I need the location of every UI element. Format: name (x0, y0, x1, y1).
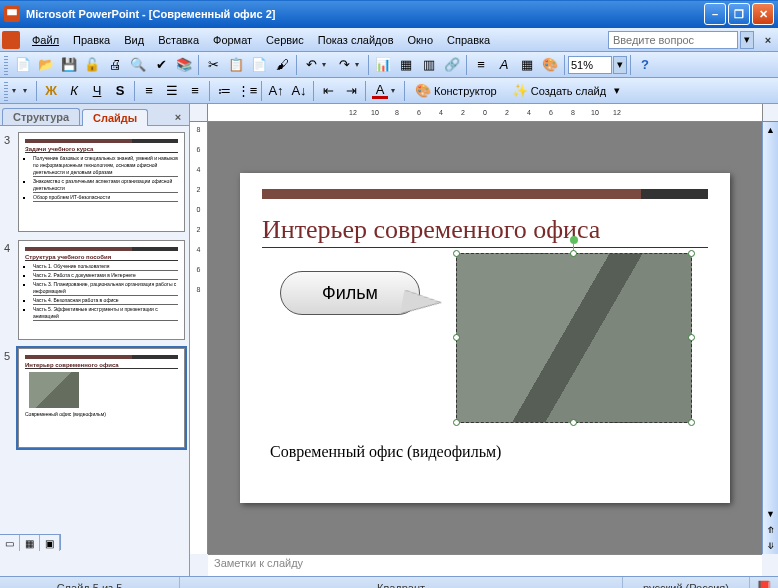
slide-thumbnail[interactable]: Задачи учебного курса Получение базовых … (18, 132, 185, 232)
resize-handle-se[interactable] (688, 419, 695, 426)
close-button[interactable]: ✕ (752, 3, 774, 25)
numbering-button[interactable]: ≔ (213, 80, 235, 102)
undo-button[interactable]: ↶ (300, 54, 322, 76)
slide-title[interactable]: Интерьер современного офиса (262, 215, 708, 248)
new-button[interactable]: 📄 (12, 54, 34, 76)
slide-canvas[interactable]: Интерьер современного офиса Фильм (208, 122, 762, 554)
resize-handle-s[interactable] (570, 419, 577, 426)
tab-slides[interactable]: Слайды (82, 109, 148, 126)
print-button[interactable]: 🖨 (104, 54, 126, 76)
menu-window[interactable]: Окно (402, 32, 440, 48)
help-search-dropdown[interactable]: ▾ (740, 31, 754, 49)
zoom-input[interactable] (568, 56, 612, 74)
normal-view-button[interactable]: ▭ (0, 535, 20, 551)
thumbnails-list[interactable]: 3 Задачи учебного курса Получение базовы… (0, 126, 189, 576)
menu-tools[interactable]: Сервис (260, 32, 310, 48)
insert-hyperlink-button[interactable]: 🔗 (441, 54, 463, 76)
scroll-track[interactable] (763, 138, 778, 506)
redo-button[interactable]: ↷ (333, 54, 355, 76)
video-object-selected[interactable] (456, 253, 692, 423)
resize-handle-e[interactable] (688, 334, 695, 341)
resize-handle-w[interactable] (453, 334, 460, 341)
menu-edit[interactable]: Правка (67, 32, 116, 48)
open-button[interactable]: 📂 (35, 54, 57, 76)
decrease-indent-button[interactable]: ⇤ (317, 80, 339, 102)
menu-file[interactable]: Файл (26, 32, 65, 48)
notes-pane[interactable]: Заметки к слайду (208, 554, 762, 576)
insert-table-button[interactable]: ▦ (395, 54, 417, 76)
spelling-status-icon[interactable]: 📕 (756, 580, 772, 589)
show-grid-button[interactable]: ▦ (516, 54, 538, 76)
new-slide-button[interactable]: ✨Создать слайд (505, 80, 613, 102)
font-color-dropdown[interactable]: ▾ (391, 86, 401, 95)
designer-button[interactable]: 🎨Конструктор (408, 80, 504, 102)
increase-indent-button[interactable]: ⇥ (340, 80, 362, 102)
resize-handle-nw[interactable] (453, 250, 460, 257)
bullets-button[interactable]: ⋮≡ (236, 80, 258, 102)
toolbar-overflow[interactable]: ▾ (614, 84, 620, 97)
spellcheck-button[interactable]: ✔ (150, 54, 172, 76)
align-center-button[interactable]: ☰ (161, 80, 183, 102)
align-right-button[interactable]: ≡ (184, 80, 206, 102)
menu-help[interactable]: Справка (441, 32, 496, 48)
thumb-row-3[interactable]: 3 Задачи учебного курса Получение базовы… (4, 132, 185, 232)
menu-slideshow[interactable]: Показ слайдов (312, 32, 400, 48)
vertical-ruler[interactable]: 864202468 (190, 122, 208, 554)
tables-borders-button[interactable]: ▥ (418, 54, 440, 76)
callout-shape[interactable]: Фильм (280, 271, 420, 315)
resize-handle-ne[interactable] (688, 250, 695, 257)
help-button[interactable]: ? (634, 54, 656, 76)
toolbar-grip-2[interactable] (4, 81, 8, 101)
underline-button[interactable]: Ч (86, 80, 108, 102)
tab-outline[interactable]: Структура (2, 108, 80, 125)
horizontal-ruler[interactable]: 12108642024681012 (208, 104, 762, 122)
menu-format[interactable]: Формат (207, 32, 258, 48)
scroll-down-button[interactable]: ▼ (763, 506, 778, 522)
slideshow-view-button[interactable]: ▣ (40, 535, 60, 551)
font-color-button[interactable]: A (369, 80, 391, 102)
align-left-button[interactable]: ≡ (138, 80, 160, 102)
slide-thumbnail[interactable]: Структура учебного пособия Часть 1. Обуч… (18, 240, 185, 340)
undo-dropdown[interactable]: ▾ (322, 60, 332, 69)
slide-thumbnail-selected[interactable]: Интерьер современного офиса Современный … (18, 348, 185, 448)
paste-button[interactable]: 📄 (248, 54, 270, 76)
rotate-handle[interactable] (570, 236, 578, 244)
pane-close-button[interactable]: × (170, 109, 186, 125)
cut-button[interactable]: ✂ (202, 54, 224, 76)
help-search-input[interactable] (608, 31, 738, 49)
redo-dropdown[interactable]: ▾ (355, 60, 365, 69)
insert-chart-button[interactable]: 📊 (372, 54, 394, 76)
copy-button[interactable]: 📋 (225, 54, 247, 76)
decrease-font-button[interactable]: A↓ (288, 80, 310, 102)
resize-handle-n[interactable] (570, 250, 577, 257)
toolbar-grip[interactable] (4, 55, 8, 75)
size-dropdown[interactable]: ▾ (23, 86, 33, 95)
scroll-up-button[interactable]: ▲ (763, 122, 778, 138)
thumb-row-4[interactable]: 4 Структура учебного пособия Часть 1. Об… (4, 240, 185, 340)
status-language[interactable]: русский (Россия) (623, 577, 750, 588)
prev-slide-button[interactable]: ⤊ (763, 522, 778, 538)
research-button[interactable]: 📚 (173, 54, 195, 76)
minimize-button[interactable]: – (704, 3, 726, 25)
app-icon-small[interactable] (2, 31, 20, 49)
save-button[interactable]: 💾 (58, 54, 80, 76)
increase-font-button[interactable]: A↑ (265, 80, 287, 102)
slide-caption[interactable]: Современный офис (видеофильм) (270, 443, 501, 461)
format-painter-button[interactable]: 🖌 (271, 54, 293, 76)
menu-insert[interactable]: Вставка (152, 32, 205, 48)
bold-button[interactable]: Ж (40, 80, 62, 102)
expand-all-button[interactable]: ≡ (470, 54, 492, 76)
doc-close-button[interactable]: × (760, 32, 776, 48)
sorter-view-button[interactable]: ▦ (20, 535, 40, 551)
show-formatting-button[interactable]: A (493, 54, 515, 76)
color-grayscale-button[interactable]: 🎨 (539, 54, 561, 76)
shadow-button[interactable]: S (109, 80, 131, 102)
italic-button[interactable]: К (63, 80, 85, 102)
font-dropdown[interactable]: ▾ (12, 86, 22, 95)
resize-handle-sw[interactable] (453, 419, 460, 426)
maximize-button[interactable]: ❐ (728, 3, 750, 25)
slide[interactable]: Интерьер современного офиса Фильм (240, 173, 730, 503)
next-slide-button[interactable]: ⤋ (763, 538, 778, 554)
permission-button[interactable]: 🔓 (81, 54, 103, 76)
menu-view[interactable]: Вид (118, 32, 150, 48)
